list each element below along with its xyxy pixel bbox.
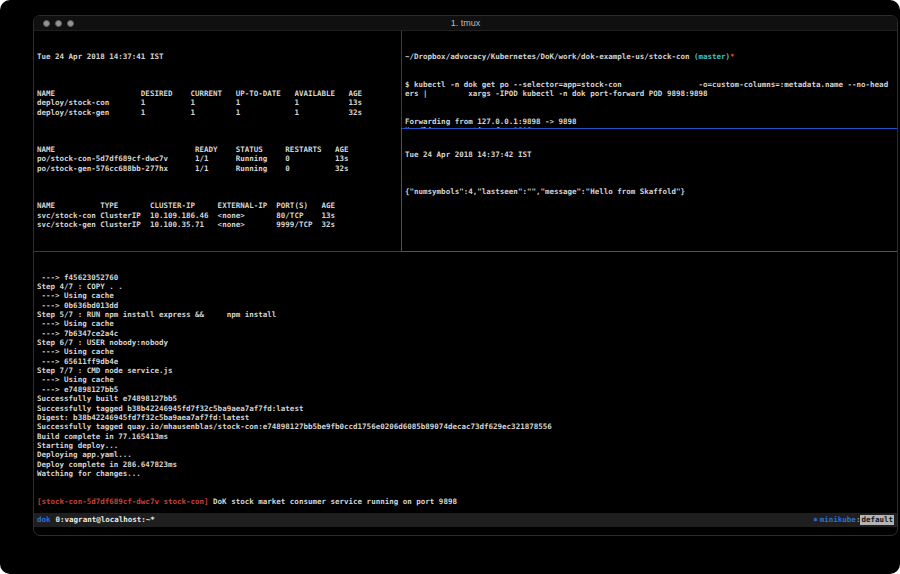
kubectl-command: $ kubectl -n dok get po --selector=app=s… (405, 80, 897, 99)
pane-service-response[interactable]: Tue 24 Apr 2018 14:37:42 IST {"numsymbol… (402, 129, 897, 251)
active-pane-border-top[interactable] (402, 128, 898, 129)
status-right: ⎈ minikube : default (813, 515, 894, 524)
active-pane-border-bottom[interactable] (402, 251, 898, 252)
pane-divider-horizontal[interactable] (34, 251, 401, 252)
tmux-status-bar: dok 0:vagrant@localhost:~* ⎈ minikube : … (34, 513, 897, 527)
pod-log-message: DoK stock market consumer service runnin… (213, 497, 457, 506)
kube-namespace: default (860, 515, 894, 524)
git-dirty-marker: * (730, 52, 735, 61)
terminal-window: 1. tmux Tue 24 Apr 2018 14:37:41 IST NAM… (33, 15, 898, 536)
pod-log-prefix: [stock-con-5d7df689cf-dwc7v stock-con] (37, 497, 209, 506)
response-timestamp: Tue 24 Apr 2018 14:37:42 IST (405, 150, 897, 159)
window-titlebar[interactable]: 1. tmux (34, 16, 897, 31)
services-table: NAME TYPE CLUSTER-IP EXTERNAL-IP PORT(S)… (37, 201, 401, 229)
watch-timestamp: Tue 24 Apr 2018 14:37:41 IST (37, 52, 401, 61)
minimize-button[interactable] (55, 20, 62, 27)
helm-wheel-icon: ⎈ (813, 515, 818, 524)
deployments-table: NAME DESIRED CURRENT UP-TO-DATE AVAILABL… (37, 89, 401, 117)
traffic-lights (43, 20, 74, 27)
port-forward-output: Forwarding from 127.0.0.1:9898 -> 9898 H… (405, 117, 897, 128)
desktop-background: 1. tmux Tue 24 Apr 2018 14:37:41 IST NAM… (0, 0, 900, 574)
status-window-item[interactable]: 0:vagrant@localhost:~* (56, 515, 155, 524)
active-pane-border-left[interactable] (401, 128, 402, 252)
shell-prompt-line: ~/Dropbox/advocacy/Kubernetes/DoK/work/d… (405, 52, 897, 61)
stock-con-log-line: [stock-con-5d7df689cf-dwc7v stock-con]Do… (37, 497, 897, 506)
pane-port-forward[interactable]: ~/Dropbox/advocacy/Kubernetes/DoK/work/d… (402, 31, 897, 128)
window-title: 1. tmux (34, 16, 897, 31)
pane-kubectl-watch[interactable]: Tue 24 Apr 2018 14:37:41 IST NAME DESIRE… (34, 31, 401, 251)
pane-divider-vertical[interactable] (401, 31, 402, 129)
service-json-response: {"numsymbols":4,"lastseen":"","message":… (405, 187, 897, 196)
docker-build-log: ---> f45623052760 Step 4/7 : COPY . . --… (37, 273, 897, 479)
git-branch-label: (master) (694, 52, 730, 61)
current-directory: ~/Dropbox/advocacy/Kubernetes/DoK/work/d… (405, 52, 689, 61)
kube-context: minikube (820, 515, 856, 524)
pods-table: NAME READY STATUS RESTARTS AGE po/stock-… (37, 145, 401, 173)
zoom-button[interactable] (67, 20, 74, 27)
session-name: dok (37, 515, 51, 524)
pane-skaffold-log[interactable]: ---> f45623052760 Step 4/7 : COPY . . --… (34, 252, 897, 513)
close-button[interactable] (43, 20, 50, 27)
